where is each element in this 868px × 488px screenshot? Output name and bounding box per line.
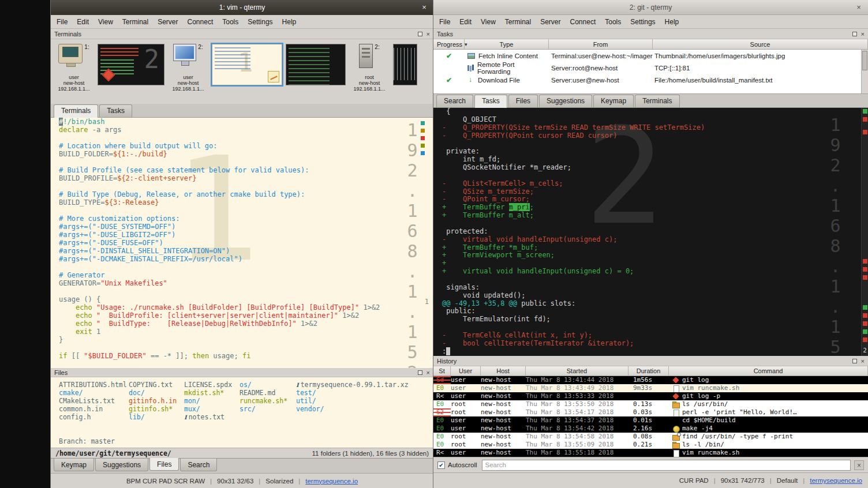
- file-entry[interactable]: gitinfo.h.in: [129, 397, 184, 405]
- column-header-type[interactable]: Type: [465, 39, 549, 49]
- terminal-thumbnail-3[interactable]: [286, 44, 346, 85]
- close-dock-icon[interactable]: ×: [426, 370, 430, 375]
- history-row[interactable]: R<usernew-hostThu Mar 8 13:55:18 2018vim…: [433, 449, 868, 457]
- menu-help[interactable]: Help: [660, 16, 684, 28]
- file-entry[interactable]: Itermysequence-0.99.1.tar.xz: [296, 381, 433, 389]
- file-entry[interactable]: doc/: [129, 389, 184, 397]
- file-entry[interactable]: README.md: [240, 389, 296, 397]
- file-entry[interactable]: mux/: [184, 405, 240, 413]
- menu-tools[interactable]: Tools: [600, 16, 626, 28]
- file-entry[interactable]: config.h: [59, 413, 129, 421]
- menu-file[interactable]: File: [435, 16, 455, 28]
- file-entry[interactable]: CMakeLists.txt: [59, 397, 129, 405]
- history-row[interactable]: E0rootnew-hostThu Mar 8 13:53:50 20180.1…: [433, 400, 868, 408]
- file-entry[interactable]: gitinfo.sh*: [129, 405, 184, 413]
- column-header-started[interactable]: Started: [526, 366, 628, 376]
- history-row[interactable]: E0usernew-hostThu Mar 8 13:43:49 20189m3…: [433, 384, 868, 392]
- website-link[interactable]: termysequence.io: [305, 478, 358, 485]
- column-header-duration[interactable]: Duration: [628, 366, 669, 376]
- menu-help[interactable]: Help: [278, 16, 301, 28]
- file-entry[interactable]: lib/: [129, 413, 184, 421]
- history-search-input[interactable]: [482, 460, 851, 471]
- file-entry[interactable]: vendor/: [296, 405, 433, 413]
- menu-server[interactable]: Server: [153, 16, 182, 28]
- history-row[interactable]: R<usernew-hostThu Mar 8 13:53:33 2018git…: [433, 392, 868, 400]
- scrollbar-thumb[interactable]: [862, 51, 867, 70]
- tab-tasks[interactable]: Tasks: [474, 95, 507, 108]
- history-row[interactable]: E0rootnew-hostThu Mar 8 13:55:09 20180.2…: [433, 441, 868, 449]
- column-header-progress[interactable]: Progress▾: [433, 39, 465, 49]
- menu-view[interactable]: View: [93, 16, 118, 28]
- tab-search[interactable]: Search: [180, 459, 217, 471]
- column-header-st[interactable]: St: [433, 366, 451, 376]
- float-dock-icon[interactable]: [418, 32, 422, 36]
- close-dock-icon[interactable]: ×: [861, 359, 865, 363]
- history-row[interactable]: E0usernew-hostThu Mar 8 13:54:42 20182.1…: [433, 425, 868, 433]
- tab-terminals[interactable]: Terminals: [54, 104, 98, 118]
- server-item-1[interactable]: 1: user new-host 192.168.1.1...: [54, 42, 94, 92]
- file-entry[interactable]: mon/: [184, 397, 240, 405]
- history-row[interactable]: E0rootnew-hostThu Mar 8 13:54:58 20180.0…: [433, 433, 868, 441]
- column-header-command[interactable]: Command: [669, 366, 868, 376]
- server-item-2[interactable]: 2: user new-host 192.168.1.1...: [168, 42, 208, 92]
- website-link[interactable]: termysequence.io: [810, 477, 862, 484]
- file-entry[interactable]: cmake/: [59, 389, 129, 397]
- menu-connect[interactable]: Connect: [566, 16, 601, 28]
- tab-search[interactable]: Search: [436, 95, 473, 107]
- history-row[interactable]: E0usernew-hostThu Mar 8 13:54:37 20180.0…: [433, 416, 868, 425]
- column-header-host[interactable]: Host: [481, 366, 526, 376]
- tab-suggestions[interactable]: Suggestions: [95, 459, 148, 471]
- close-dock-icon[interactable]: ×: [426, 32, 430, 36]
- task-row[interactable]: Remote Port ForwardingServer:root@new-ho…: [433, 62, 868, 74]
- titlebar-right[interactable]: 2: git - qtermy ×: [433, 0, 868, 15]
- float-dock-icon[interactable]: [418, 370, 422, 375]
- file-entry[interactable]: runcmake.sh*: [240, 397, 296, 405]
- tab-keymap[interactable]: Keymap: [593, 95, 634, 107]
- file-entry[interactable]: common.h.in: [59, 405, 129, 413]
- menu-view[interactable]: View: [476, 16, 500, 28]
- file-entry[interactable]: util/: [296, 397, 433, 405]
- file-entry[interactable]: test/: [296, 389, 433, 397]
- tab-keymap[interactable]: Keymap: [54, 459, 94, 471]
- task-row[interactable]: ✔Fetch Inline ContentTerminal:user@new-h…: [433, 50, 868, 62]
- autoscroll-checkbox[interactable]: ✔ Autoscroll: [437, 461, 477, 469]
- tab-files[interactable]: Files: [508, 95, 538, 107]
- column-header-user[interactable]: User: [451, 366, 481, 376]
- menu-terminal[interactable]: Terminal: [500, 16, 536, 28]
- menu-settings[interactable]: Settings: [626, 16, 660, 28]
- float-dock-icon[interactable]: [852, 32, 857, 36]
- menu-edit[interactable]: Edit: [455, 16, 476, 28]
- close-search-icon[interactable]: ×: [854, 460, 864, 470]
- menu-connect[interactable]: Connect: [183, 16, 218, 28]
- menu-terminal[interactable]: Terminal: [118, 16, 153, 28]
- task-row[interactable]: ✔Download FileServer:user@new-hostFile:/…: [433, 74, 868, 86]
- menu-server[interactable]: Server: [536, 16, 565, 28]
- menu-settings[interactable]: Settings: [243, 16, 277, 28]
- history-row[interactable]: Sdusernew-hostThu Mar 8 13:41:44 20181m5…: [433, 376, 868, 384]
- terminal-scrollbar[interactable]: 2: [861, 108, 868, 356]
- file-entry[interactable]: src/: [240, 405, 296, 413]
- tasks-scrollbar[interactable]: [861, 50, 868, 93]
- terminal-thumbnail-2[interactable]: 2: [98, 44, 164, 85]
- file-entry[interactable]: ATTRIBUTIONS.html: [59, 381, 129, 389]
- column-header-source[interactable]: Source: [653, 39, 868, 49]
- file-entry[interactable]: LICENSE.spdx: [184, 381, 240, 389]
- file-entry[interactable]: mkdist.sh*: [184, 389, 240, 397]
- terminal-thumbnail-partial[interactable]: [393, 44, 417, 85]
- terminal-thumbnail-1-selected[interactable]: 1: [212, 44, 282, 85]
- menu-tools[interactable]: Tools: [218, 16, 243, 28]
- file-entry[interactable]: Inotes.txt: [184, 413, 240, 421]
- file-entry[interactable]: COPYING.txt: [129, 381, 184, 389]
- close-window-icon[interactable]: ×: [854, 2, 864, 13]
- titlebar-left[interactable]: 1: vim - qtermy ×: [51, 0, 433, 15]
- close-window-icon[interactable]: ×: [419, 2, 429, 13]
- vim-terminal[interactable]: 1 192.168.1.152 #!/bin/bashdeclare -a ar…: [51, 118, 433, 368]
- file-entry[interactable]: os/: [240, 381, 296, 389]
- tab-terminals[interactable]: Terminals: [635, 95, 679, 107]
- close-dock-icon[interactable]: ×: [861, 32, 865, 36]
- float-dock-icon[interactable]: [852, 359, 857, 363]
- tab-files[interactable]: Files: [149, 458, 179, 471]
- history-row[interactable]: S2rootnew-hostThu Mar 8 13:54:17 20180.0…: [433, 408, 868, 416]
- git-terminal[interactable]: 2 192.168.1.152 { Q_OBJECT- Q_PROPERTY(Q…: [433, 108, 868, 356]
- menu-file[interactable]: File: [52, 16, 72, 28]
